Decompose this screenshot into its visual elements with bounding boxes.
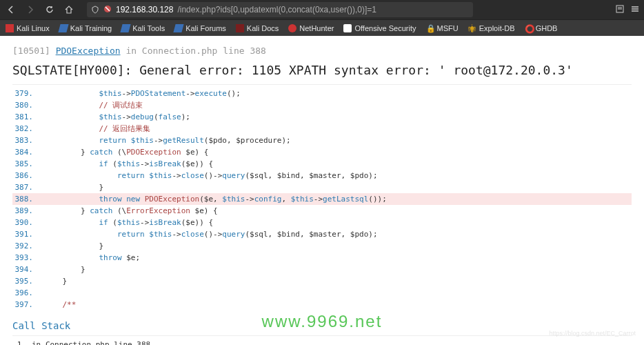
bookmark-item[interactable]: 🔒MSFU [426,24,459,32]
code-text: } [44,181,103,193]
bookmark-icon [236,24,244,32]
line-number: 386. [12,170,44,181]
line-number: 382. [12,123,44,135]
callstack-num: 1. [12,340,26,345]
code-line: 380. // 调试结束 [12,99,632,111]
bookmark-label: Kali Tools [132,24,165,32]
code-block: 379. $this->PDOStatement->execute();380.… [12,84,632,310]
line-number: 387. [12,181,44,193]
bookmark-label: Exploit-DB [479,24,515,32]
bookmark-item[interactable]: 🕷Exploit-DB [468,24,515,32]
code-line: 392. } [12,240,632,252]
code-line: 386. return $this->close()->query($sql, … [12,170,632,181]
line-number: 385. [12,158,44,170]
bookmark-label: Offensive Security [354,24,416,32]
code-text: if ($this->isBreak($e)) { [44,158,213,170]
code-text: } [44,264,85,275]
bookmark-icon: 🔒 [426,24,434,32]
bookmark-icon [343,24,352,32]
page-content: [10501] PDOException in Connection.php l… [0,36,644,345]
code-text: if ($this->isBreak($e)) { [44,217,213,228]
bookmark-label: Kali Forums [185,24,226,32]
code-line: 394. } [12,264,632,275]
call-stack-title: Call Stack [12,316,632,336]
code-line: 388. throw new PDOException($e, $this->c… [12,193,632,205]
bookmark-item[interactable]: NetHunter [288,24,334,32]
code-line: 393. throw $e; [12,252,632,264]
bookmark-icon [58,24,68,32]
call-stack: Call Stack 1.in Connection.php line 3882… [12,316,632,345]
exception-link[interactable]: PDOException [56,46,121,56]
line-number: 394. [12,264,44,275]
bookmarks-bar: Kali LinuxKali TrainingKali ToolsKali Fo… [0,19,644,36]
back-button[interactable] [4,3,18,17]
bookmark-icon [6,24,14,32]
forward-button[interactable] [23,3,37,17]
error-header: [10501] PDOException in Connection.php l… [12,43,632,59]
code-line: 390. if ($this->isBreak($e)) { [12,217,632,228]
line-number: 388. [12,193,44,205]
line-number: 379. [12,88,44,99]
bookmark-item[interactable]: Kali Training [59,24,112,32]
bookmark-label: Kali Training [70,24,112,32]
bookmark-item[interactable]: Kali Linux [6,24,50,32]
line-number: 383. [12,135,44,146]
url-path: /index.php?ids[0,updatexml(0,concat(0xa,… [177,5,376,14]
line-number: 389. [12,205,44,217]
line-number: 395. [12,275,44,287]
line-number: 392. [12,240,44,252]
menu-icon[interactable] [630,4,640,16]
bookmark-label: Kali Linux [17,24,50,32]
code-text: throw $e; [44,252,140,264]
home-button[interactable] [62,3,76,17]
code-line: 385. if ($this->isBreak($e)) { [12,158,632,170]
bookmark-item[interactable]: Offensive Security [343,24,416,32]
error-code: [10501] [12,46,50,56]
bookmark-item[interactable]: Kali Tools [121,24,165,32]
url-bar[interactable]: 192.168.30.128/index.php?ids[0,updatexml… [87,2,473,17]
code-line: 383. return $this->getResult($pdo, $proc… [12,135,632,146]
code-text: return $this->getResult($pdo, $procedure… [44,135,291,146]
bookmark-label: GHDB [536,24,558,32]
line-number: 390. [12,217,44,228]
code-line: 389. } catch (\ErrorException $e) { [12,205,632,217]
code-text: $this->debug(false); [44,111,190,123]
code-line: 395. } [12,275,632,287]
tracking-shield-icon[interactable] [91,6,99,14]
bookmark-item[interactable]: Kali Forums [174,24,226,32]
line-number: 393. [12,252,44,264]
bookmark-label: NetHunter [299,24,334,32]
reload-button[interactable] [43,3,57,17]
bookmark-icon [288,24,296,32]
code-text: throw new PDOException($e, $this->config… [44,193,387,205]
line-number: 381. [12,111,44,123]
browser-toolbar: 192.168.30.128/index.php?ids[0,updatexml… [0,0,644,19]
code-text: // 调试结束 [44,99,143,111]
code-line: 387. } [12,181,632,193]
code-text: $this->PDOStatement->execute(); [44,88,241,99]
insecure-icon [103,5,112,15]
line-number: 397. [12,299,44,310]
code-text: /** [44,299,76,310]
line-number: 391. [12,228,44,240]
in-word: in [125,46,137,56]
line-number: 396. [12,287,44,299]
code-text: } catch (\PDOException $e) { [44,146,208,158]
reader-mode-icon[interactable] [615,4,625,16]
bookmark-icon: 🕷 [468,24,476,32]
callstack-item: 1.in Connection.php line 388 [12,339,632,345]
code-line: 384. } catch (\PDOException $e) { [12,146,632,158]
bookmark-item[interactable]: Kali Docs [236,24,279,32]
callstack-text: in Connection.php line 388 [32,340,150,345]
url-host: 192.168.30.128 [116,5,173,14]
code-line: 382. // 返回结果集 [12,123,632,135]
line-number: 384. [12,146,44,158]
bookmark-item[interactable]: ⭕GHDB [525,24,558,32]
bookmark-label: Kali Docs [247,24,279,32]
bookmark-icon: ⭕ [525,24,533,32]
code-text: // 返回结果集 [44,123,150,135]
code-text: } [44,240,103,252]
error-message: SQLSTATE[HY000]: General error: 1105 XPA… [12,59,632,84]
code-text: } catch (\ErrorException $e) { [44,205,218,217]
code-line: 381. $this->debug(false); [12,111,632,123]
